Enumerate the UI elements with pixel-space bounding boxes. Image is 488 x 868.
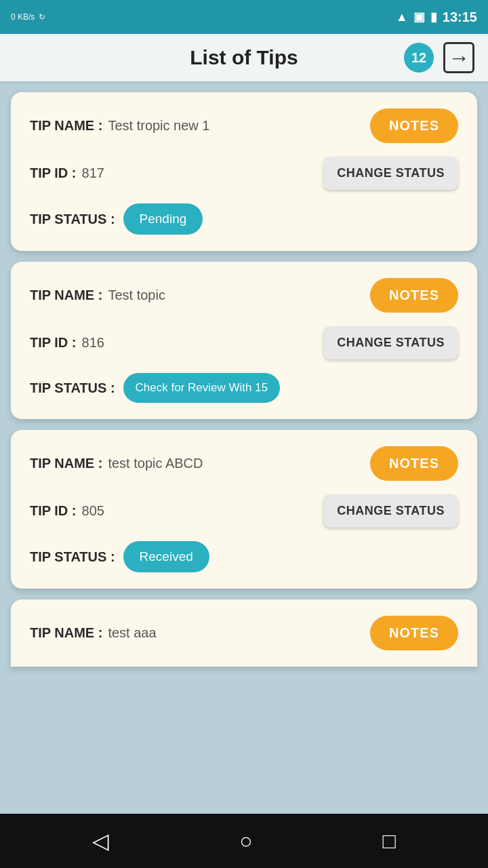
tip-id-value-3: 805 <box>82 503 104 519</box>
tip-status-row-1: TIP STATUS : Pending <box>30 203 458 235</box>
network-info: 0 KB/s ↻ <box>11 12 45 22</box>
home-button[interactable]: ○ <box>239 829 252 854</box>
recent-apps-button[interactable]: □ <box>383 829 396 854</box>
tip-name-row-1: TIP NAME : Test tropic new 1 NOTES <box>30 108 458 143</box>
wifi-icon: ▲ <box>396 10 408 24</box>
header: List of Tips 12 → <box>0 34 488 81</box>
refresh-icon: ↻ <box>39 12 45 22</box>
tip-name-value-1: Test tropic new 1 <box>108 118 209 134</box>
tip-name-label-2: TIP NAME : <box>30 288 102 303</box>
page-title: List of Tips <box>190 46 298 69</box>
tip-id-value-1: 817 <box>82 165 104 181</box>
tip-card-2: TIP NAME : Test topic NOTES TIP ID : 816… <box>11 262 477 419</box>
tip-id-label-1: TIP ID : <box>30 165 77 181</box>
tip-id-row-2: TIP ID : 816 CHANGE STATUS <box>30 326 458 359</box>
tip-status-row-2: TIP STATUS : Check for Review With 15 <box>30 373 458 403</box>
tip-name-label-1: TIP NAME : <box>30 118 102 134</box>
status-badge-3: Received <box>123 541 209 572</box>
tip-status-row-3: TIP STATUS : Received <box>30 541 458 572</box>
tip-status-label-1: TIP STATUS : <box>30 212 115 227</box>
notes-button-1[interactable]: NOTES <box>370 108 458 143</box>
tip-name-label-3: TIP NAME : <box>30 456 102 471</box>
status-badge-2: Check for Review With 15 <box>123 373 281 403</box>
clock: 13:15 <box>443 9 477 25</box>
tip-name-row-2: TIP NAME : Test topic NOTES <box>30 278 458 313</box>
tip-id-label-2: TIP ID : <box>30 335 77 351</box>
status-badge-1: Pending <box>123 203 203 235</box>
tip-name-value-3: test topic ABCD <box>108 456 203 471</box>
battery-icon: ▮ <box>430 9 437 24</box>
tip-id-row-3: TIP ID : 805 CHANGE STATUS <box>30 494 458 528</box>
tip-id-value-2: 816 <box>82 335 104 351</box>
notes-button-3[interactable]: NOTES <box>370 446 458 481</box>
status-icons: ▲ ▣ ▮ 13:15 <box>396 9 477 25</box>
exit-icon[interactable]: → <box>443 42 474 73</box>
tip-status-label-2: TIP STATUS : <box>30 380 115 396</box>
tip-name-row-3: TIP NAME : test topic ABCD NOTES <box>30 446 458 481</box>
notes-button-2[interactable]: NOTES <box>370 278 458 313</box>
tip-card-3: TIP NAME : test topic ABCD NOTES TIP ID … <box>11 430 477 589</box>
change-status-button-1[interactable]: CHANGE STATUS <box>323 157 458 190</box>
notes-button-4[interactable]: NOTES <box>370 616 458 650</box>
tip-id-label-3: TIP ID : <box>30 503 77 519</box>
tip-name-label-4: TIP NAME : <box>30 625 102 641</box>
tip-card-1: TIP NAME : Test tropic new 1 NOTES TIP I… <box>11 92 477 251</box>
signal-icon: ▣ <box>413 9 425 24</box>
back-button[interactable]: ◁ <box>92 828 109 854</box>
tips-count-badge: 12 <box>404 43 434 73</box>
tip-name-value-2: Test topic <box>108 288 165 303</box>
tip-name-value-4: test aaa <box>108 625 156 641</box>
tip-status-label-3: TIP STATUS : <box>30 549 115 565</box>
bottom-nav: ◁ ○ □ <box>0 814 488 868</box>
status-bar: 0 KB/s ↻ ▲ ▣ ▮ 13:15 <box>0 0 488 34</box>
tip-card-4: TIP NAME : test aaa NOTES <box>11 599 477 667</box>
tip-id-row-1: TIP ID : 817 CHANGE STATUS <box>30 157 458 190</box>
network-speed: 0 KB/s <box>11 12 35 22</box>
change-status-button-3[interactable]: CHANGE STATUS <box>323 494 458 528</box>
tips-list: TIP NAME : Test tropic new 1 NOTES TIP I… <box>0 81 488 814</box>
tip-name-row-4: TIP NAME : test aaa NOTES <box>30 616 458 650</box>
change-status-button-2[interactable]: CHANGE STATUS <box>323 326 458 359</box>
